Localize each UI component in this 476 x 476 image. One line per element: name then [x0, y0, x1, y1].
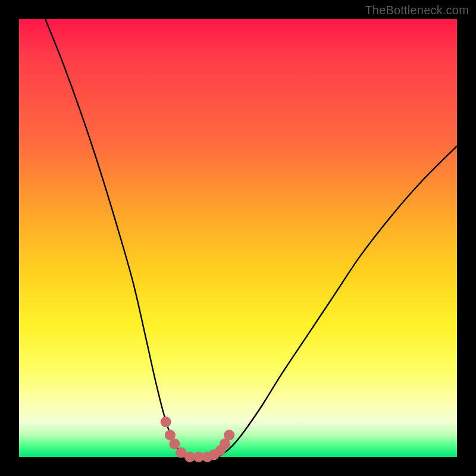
watermark-text: TheBottleneck.com — [365, 4, 469, 17]
sweet-spot-dot — [224, 430, 234, 440]
bottleneck-curve — [45, 19, 457, 458]
sweet-spot-dot — [161, 416, 171, 427]
sweet-spot-dot — [169, 439, 180, 449]
sweet-spot-markers — [161, 416, 235, 462]
chart-frame: TheBottleneck.com — [0, 0, 476, 476]
plot-area — [19, 19, 457, 457]
chart-svg — [19, 19, 457, 457]
